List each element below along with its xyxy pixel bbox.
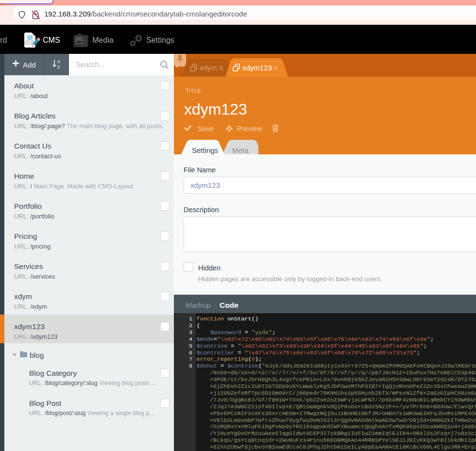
svg-text:Z: Z (57, 65, 60, 69)
svg-text:A: A (57, 59, 61, 64)
